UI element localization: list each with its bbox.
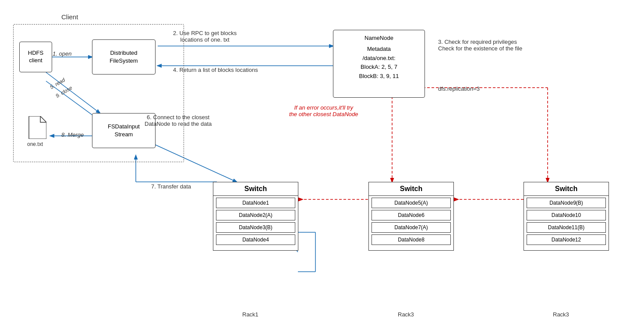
step3-label: 3. Check for required privileges Check f… xyxy=(438,39,522,52)
switch2-node2: DataNode6 xyxy=(372,210,451,220)
client-label: Client xyxy=(61,13,78,21)
step2-label: 2. Use RPC to get blocks locations of on… xyxy=(173,30,237,43)
namenode-label: NameNode xyxy=(359,34,399,43)
switch3-title: Switch xyxy=(524,182,609,196)
step6-label: 6. Connect to the closest DataNode to re… xyxy=(145,114,212,127)
switch2-box: Switch DataNode5(A) DataNode6 DataNode7(… xyxy=(368,182,454,251)
switch3-node3: DataNode11(B) xyxy=(527,222,606,233)
distributed-fs-label: Distributed FileSystem xyxy=(110,49,138,65)
file-label: one.txt xyxy=(27,141,43,147)
switch2-title: Switch xyxy=(369,182,453,196)
hdfs-client-label: HDFS client xyxy=(28,50,43,64)
step7-label: 7. Transfer data xyxy=(151,183,191,190)
step8-label: 8. Merge xyxy=(61,131,84,138)
switch2-node4: DataNode8 xyxy=(372,234,451,245)
switch3-node4: DataNode12 xyxy=(527,234,606,245)
switch3-box: Switch DataNode9(B) DataNode10 DataNode1… xyxy=(524,182,609,251)
replication-label: dfs.replication=3 xyxy=(438,85,480,92)
rack2-label: Rack3 xyxy=(398,311,414,318)
error-label: If an error occurs,it'll try the other c… xyxy=(289,104,358,117)
switch1-title: Switch xyxy=(213,182,298,196)
switch1-box: Switch DataNode1 DataNode2(A) DataNode3(… xyxy=(213,182,298,251)
namenode-content: Metadata /data/one.txt: BlockA: 2, 5, 7 … xyxy=(359,45,399,81)
switch1-node3: DataNode3(B) xyxy=(216,222,295,233)
svg-marker-20 xyxy=(29,116,46,139)
switch3-node2: DataNode10 xyxy=(527,210,606,220)
namenode-box: NameNode Metadata /data/one.txt: BlockA:… xyxy=(333,30,425,98)
diagram: Client HDFS client Distributed FileSyste… xyxy=(0,0,644,330)
distributed-fs-box: Distributed FileSystem xyxy=(92,39,156,75)
rack1-label: Rack1 xyxy=(242,311,258,318)
switch3-node1: DataNode9(B) xyxy=(527,198,606,208)
rack3-label: Rack3 xyxy=(553,311,569,318)
file-icon xyxy=(27,116,46,139)
step1-label: 1. open xyxy=(53,50,71,57)
hdfs-client-box: HDFS client xyxy=(19,42,52,72)
file-icon-container xyxy=(27,116,46,141)
switch1-node4: DataNode4 xyxy=(216,234,295,245)
switch1-node1: DataNode1 xyxy=(216,198,295,208)
fsdatainput-label: FSDataInput Stream xyxy=(108,123,140,138)
switch2-node1: DataNode5(A) xyxy=(372,198,451,208)
step4-label: 4. Return a list of blocks locations xyxy=(173,67,258,73)
switch2-node3: DataNode7(A) xyxy=(372,222,451,233)
switch1-node2: DataNode2(A) xyxy=(216,210,295,220)
